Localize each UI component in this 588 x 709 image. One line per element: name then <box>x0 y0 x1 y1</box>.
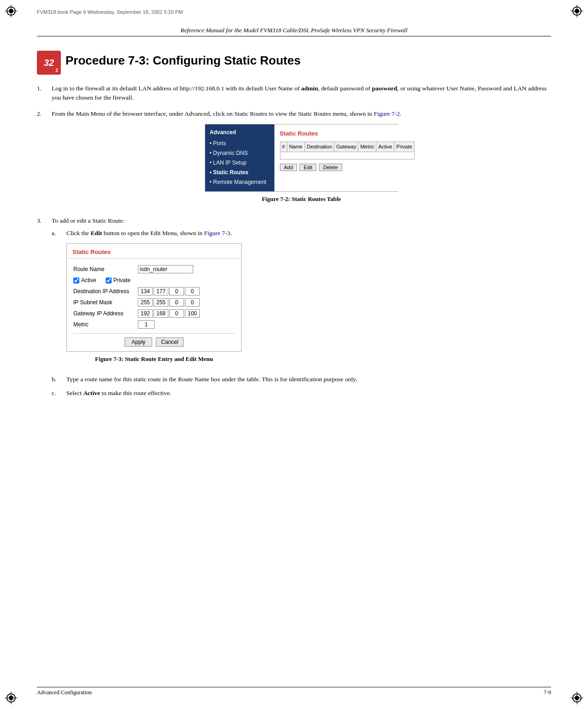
private-checkbox-group: Private <box>106 276 131 284</box>
step-3c: c. Select Active to make this route effe… <box>52 389 551 398</box>
add-button[interactable]: Add <box>280 164 297 171</box>
procedure-icon: 32 1 <box>37 51 61 75</box>
footer-right: 7-9 <box>544 689 551 696</box>
advanced-panel: Advanced Ports Dynamic DNS LAN IP Setup … <box>205 124 398 192</box>
private-checkbox[interactable] <box>106 278 112 284</box>
sidebar-item-dynamic-dns[interactable]: Dynamic DNS <box>210 149 270 157</box>
metric-label: Metric <box>73 320 138 329</box>
col-destination: Destination <box>304 142 334 152</box>
dest-ip-3[interactable] <box>169 287 184 295</box>
sidebar-title: Advanced <box>210 128 270 136</box>
page-title: Procedure 7-3: Configuring Static Routes <box>65 51 301 68</box>
page-footer: Advanced Configuration 7-9 <box>37 687 551 696</box>
edit-form-title: Static Routes <box>67 244 241 259</box>
gateway-4[interactable] <box>185 309 200 318</box>
gateway-1[interactable] <box>138 309 153 318</box>
subnet-4[interactable] <box>185 298 200 307</box>
subnet-3[interactable] <box>169 298 184 307</box>
subnet-row: IP Subnet Mask <box>73 298 235 307</box>
col-gateway: Gateway <box>334 142 358 152</box>
col-private: Private <box>394 142 414 152</box>
gateway-3[interactable] <box>169 309 184 318</box>
gateway-2[interactable] <box>154 309 168 318</box>
figure-2-link[interactable]: Figure 7-2 <box>374 110 400 117</box>
private-label: Private <box>113 276 131 284</box>
sidebar-item-lan-ip-setup[interactable]: LAN IP Setup <box>210 159 270 167</box>
col-num: # <box>280 142 287 152</box>
static-routes-title: Static Routes <box>280 129 415 138</box>
dest-ip-row: Destination IP Address <box>73 287 235 295</box>
procedure-heading: 32 1 Procedure 7-3: Configuring Static R… <box>37 51 551 75</box>
metric-input[interactable] <box>138 320 154 329</box>
advanced-main-panel: Static Routes # Name Destination Gateway… <box>274 124 420 191</box>
route-name-row: Route Name <box>73 265 235 273</box>
sidebar-item-static-routes[interactable]: Static Routes <box>210 168 270 177</box>
dest-ip-2[interactable] <box>154 287 168 295</box>
step-2: 2. From the Main Menu of the browser int… <box>37 109 551 210</box>
route-name-input[interactable] <box>138 265 193 273</box>
registration-mark-tl <box>6 6 16 16</box>
sub-steps-list: a. Click the Edit button to open the Edi… <box>52 229 551 398</box>
table-buttons: Add Edit Delete <box>280 163 415 171</box>
step-3a: a. Click the Edit button to open the Edi… <box>52 229 551 370</box>
subnet-label: IP Subnet Mask <box>73 298 138 307</box>
step-1: 1. Log in to the firewall at its default… <box>37 84 551 103</box>
registration-mark-tr <box>572 6 582 16</box>
registration-mark-bl <box>6 693 16 703</box>
advanced-sidebar: Advanced Ports Dynamic DNS LAN IP Setup … <box>205 124 274 191</box>
active-checkbox[interactable] <box>73 278 79 284</box>
subnet-group <box>138 298 200 307</box>
static-route-edit-form: Static Routes Route Name <box>66 243 242 352</box>
form-buttons: Apply Cancel <box>73 333 235 347</box>
registration-mark-br <box>572 693 582 703</box>
subnet-1[interactable] <box>138 298 153 307</box>
gateway-label: Gateway IP Address <box>73 309 138 318</box>
col-name: Name <box>287 142 304 152</box>
active-private-row: Active Private <box>73 276 235 284</box>
content-area: 32 1 Procedure 7-3: Configuring Static R… <box>37 51 551 681</box>
sidebar-menu: Ports Dynamic DNS LAN IP Setup Static Ro… <box>210 139 270 186</box>
col-active: Active <box>376 142 394 152</box>
dest-ip-4[interactable] <box>185 287 200 295</box>
active-label: Active <box>81 276 96 284</box>
figure-2-caption: Figure 7-2: Static Routes Table <box>52 195 551 204</box>
dest-ip-group <box>138 287 200 295</box>
routes-table: # Name Destination Gateway Metric Active… <box>280 142 415 160</box>
step-3-list: 3. To add or edit a Static Route: a. Cli… <box>37 216 551 402</box>
figure-3-caption: Figure 7-3: Static Route Entry and Edit … <box>66 354 242 364</box>
empty-row <box>280 152 414 159</box>
step-3: 3. To add or edit a Static Route: a. Cli… <box>37 216 551 402</box>
figure-2-container: Advanced Ports Dynamic DNS LAN IP Setup … <box>52 124 551 192</box>
sidebar-item-remote-management[interactable]: Remote Management <box>210 178 270 186</box>
sidebar-item-ports[interactable]: Ports <box>210 139 270 148</box>
main-steps-list: 1. Log in to the firewall at its default… <box>37 84 551 210</box>
cancel-button[interactable]: Cancel <box>156 337 183 347</box>
footer-left: Advanced Configuration <box>37 689 92 696</box>
gateway-row: Gateway IP Address <box>73 309 235 318</box>
subnet-2[interactable] <box>154 298 168 307</box>
gateway-group <box>138 309 200 318</box>
metric-row: Metric <box>73 320 235 329</box>
active-checkbox-group: Active <box>73 276 96 284</box>
apply-button[interactable]: Apply <box>125 337 152 347</box>
route-name-label: Route Name <box>73 265 138 273</box>
delete-button[interactable]: Delete <box>319 164 342 171</box>
figure-3-link[interactable]: Figure 7-3 <box>204 230 231 236</box>
figure-3-container: Static Routes Route Name <box>66 243 242 352</box>
step-3b: b. Type a route name for this static rou… <box>52 375 551 384</box>
dest-ip-label: Destination IP Address <box>73 287 138 295</box>
page-header: Reference Manual for the Model FVM318 Ca… <box>37 27 551 36</box>
edit-form-body: Route Name Active <box>67 262 241 351</box>
dest-ip-1[interactable] <box>138 287 153 295</box>
page-note: FVM318.book Page 9 Wednesday, September … <box>37 9 183 15</box>
edit-button[interactable]: Edit <box>299 164 316 171</box>
col-metric: Metric <box>358 142 376 152</box>
